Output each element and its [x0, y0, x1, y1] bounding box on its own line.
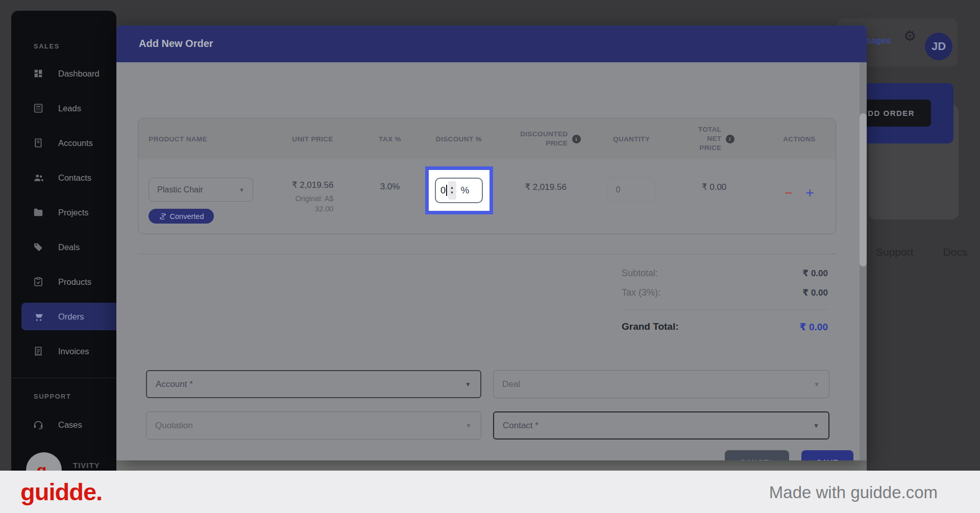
clipboard-check-icon: [33, 276, 45, 288]
info-icon[interactable]: i: [572, 135, 581, 143]
chevron-down-icon: ▼: [814, 381, 820, 388]
sidebar-item-products[interactable]: Products: [11, 268, 116, 296]
tag-icon: [33, 241, 45, 253]
col-total-net-price: TOTAL NET PRICE i: [671, 125, 757, 153]
sidebar-section-sales: SALES: [34, 42, 60, 50]
row-actions: − +: [785, 186, 814, 200]
chevron-down-icon: ▼: [813, 422, 819, 429]
text-cursor: [446, 185, 447, 196]
subtotal-value: ₹ 0.00: [802, 268, 828, 279]
sidebar-item-accounts[interactable]: Accounts: [11, 129, 116, 157]
contact-select[interactable]: Contact * ▼: [493, 411, 829, 439]
messages-link-partial[interactable]: sages: [866, 36, 891, 46]
chevron-down-icon: ▼: [465, 422, 472, 429]
sidebar-item-label: Deals: [58, 242, 80, 252]
account-select[interactable]: Account * ▼: [146, 370, 481, 398]
sidebar-item-label: Products: [58, 277, 91, 287]
col-discounted-price: DISCOUNTED PRICE i: [500, 130, 592, 148]
avatar[interactable]: JD: [925, 33, 952, 60]
made-with-text: Made with guidde.com: [769, 483, 938, 502]
background-links: Support Docs: [876, 246, 967, 258]
stepper-down-icon[interactable]: ▼: [450, 190, 454, 196]
svg-text:$: $: [162, 214, 164, 218]
page-strip-below-modal: [116, 460, 867, 471]
table-row: Plastic Chair ▼ $ Converted: [138, 159, 836, 234]
sidebar-item-invoices[interactable]: Invoices: [11, 337, 116, 365]
product-select[interactable]: Plastic Chair ▼: [149, 178, 253, 202]
total-net-price-value: ₹ 0.00: [702, 182, 727, 192]
col-actions: ACTIONS: [762, 135, 836, 143]
save-button[interactable]: SAVE: [801, 450, 853, 460]
quantity-input[interactable]: 0: [607, 178, 656, 202]
gear-icon[interactable]: ⚙: [903, 28, 916, 44]
col-discount: DISCOUNT %: [423, 135, 495, 143]
col-quantity: QUANTITY: [596, 135, 667, 143]
totals-divider: [622, 309, 828, 310]
number-stepper[interactable]: ▲ ▼: [448, 181, 456, 200]
section-divider: [138, 254, 836, 254]
sidebar-item-label: Invoices: [58, 347, 89, 356]
sidebar-item-projects[interactable]: Projects: [11, 199, 116, 226]
dashboard-icon: [33, 67, 45, 80]
scrollbar-thumb[interactable]: [860, 113, 867, 266]
col-unit-price: UNIT PRICE: [268, 135, 357, 143]
sidebar-section-support: SUPPORT: [34, 393, 71, 400]
sidebar-item-orders[interactable]: Orders: [21, 303, 116, 330]
guidde-logo: guidde.: [20, 478, 102, 506]
discounted-price-value: ₹ 2,019.56: [525, 182, 567, 192]
currency-exchange-icon: $: [159, 212, 167, 221]
order-items-table: PRODUCT NAME UNIT PRICE TAX % DISCOUNT %…: [138, 118, 836, 234]
deal-select[interactable]: Deal ▼: [493, 370, 829, 398]
screen: SALES Dashboard Leads Accounts Contacts: [0, 0, 980, 513]
headset-icon: [33, 419, 45, 431]
stepper-up-icon[interactable]: ▲: [450, 185, 454, 190]
accounts-icon: [33, 137, 45, 149]
remove-row-button[interactable]: −: [785, 186, 792, 200]
sidebar-item-label: Orders: [58, 312, 84, 322]
totals-summary: Subtotal: ₹ 0.00 Tax (3%): ₹ 0.00 Grand …: [622, 263, 828, 336]
dialog-title: Add New Order: [139, 38, 213, 50]
discount-input[interactable]: 0 ▲ ▼ %: [435, 178, 483, 203]
info-icon[interactable]: i: [726, 135, 734, 143]
cart-icon: [33, 310, 45, 323]
sidebar-divider: [11, 378, 116, 378]
original-price: Original: A$ 32.00: [295, 193, 333, 214]
sidebar-item-label: Contacts: [58, 173, 91, 183]
sidebar-item-contacts[interactable]: Contacts: [11, 164, 116, 191]
modal-scrollbar[interactable]: [860, 62, 867, 460]
sidebar-item-label: Dashboard: [58, 69, 100, 79]
receipt-icon: [33, 345, 45, 357]
guidde-footer: guidde. Made with guidde.com: [0, 471, 980, 513]
sidebar-item-label: Leads: [58, 104, 81, 113]
grand-total-value: ₹ 0.00: [800, 321, 828, 333]
unit-price: ₹ 2,019.56 Original: A$ 32.00: [292, 180, 334, 214]
folder-icon: [33, 206, 45, 218]
discount-value: 0: [440, 185, 446, 196]
docs-link[interactable]: Docs: [943, 246, 968, 258]
tax-row: Tax (3%): ₹ 0.00: [622, 283, 828, 302]
sidebar-item-deals[interactable]: Deals: [11, 233, 116, 261]
add-new-order-dialog: Add New Order PRODUCT NAME UNIT PRICE TA…: [116, 26, 867, 460]
grand-total-row: Grand Total: ₹ 0.00: [622, 317, 828, 336]
sidebar-item-cases[interactable]: Cases: [11, 411, 116, 438]
sidebar-section-activity-partial: TIVITY: [73, 461, 100, 470]
subtotal-row: Subtotal: ₹ 0.00: [622, 263, 828, 283]
chevron-down-icon: ▼: [239, 187, 244, 193]
sidebar-item-label: Cases: [58, 420, 82, 430]
sidebar-item-leads[interactable]: Leads: [11, 94, 116, 122]
cancel-button[interactable]: CANCEL: [725, 450, 789, 460]
sidebar-item-dashboard[interactable]: Dashboard: [11, 60, 116, 87]
quotation-select[interactable]: Quotation ▼: [146, 411, 481, 439]
support-link[interactable]: Support: [876, 246, 914, 258]
sidebar: SALES Dashboard Leads Accounts Contacts: [11, 11, 116, 471]
add-row-button[interactable]: +: [805, 186, 814, 200]
converted-badge-label: Converted: [170, 212, 204, 221]
percent-suffix: %: [461, 185, 470, 196]
col-tax: TAX %: [362, 135, 418, 143]
col-product-name: PRODUCT NAME: [149, 135, 263, 143]
sidebar-item-label: Projects: [58, 208, 89, 217]
converted-badge: $ Converted: [149, 209, 214, 224]
table-header-row: PRODUCT NAME UNIT PRICE TAX % DISCOUNT %…: [138, 118, 836, 159]
sidebar-item-label: Accounts: [58, 138, 93, 148]
leads-icon: [33, 102, 45, 114]
